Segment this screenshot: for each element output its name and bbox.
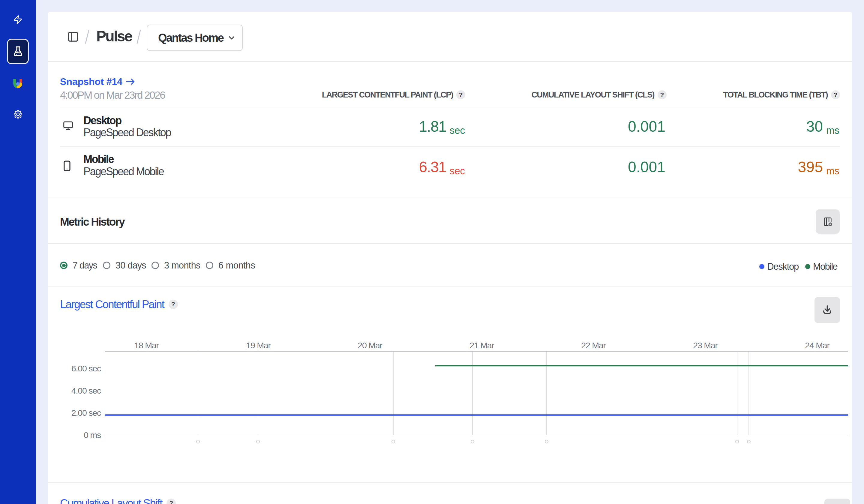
svg-text:23 Mar: 23 Mar (693, 340, 718, 350)
svg-text:20 Mar: 20 Mar (358, 340, 383, 350)
svg-text:4.00 sec: 4.00 sec (71, 386, 101, 395)
svg-text:6.00 sec: 6.00 sec (71, 363, 101, 373)
svg-text:18 Mar: 18 Mar (134, 340, 159, 350)
svg-text:22 Mar: 22 Mar (581, 340, 606, 350)
svg-text:21 Mar: 21 Mar (469, 340, 494, 350)
svg-text:2.00 sec: 2.00 sec (71, 408, 101, 418)
svg-text:24 Mar: 24 Mar (805, 340, 830, 350)
svg-text:19 Mar: 19 Mar (246, 340, 271, 350)
svg-text:0 ms: 0 ms (84, 430, 101, 440)
